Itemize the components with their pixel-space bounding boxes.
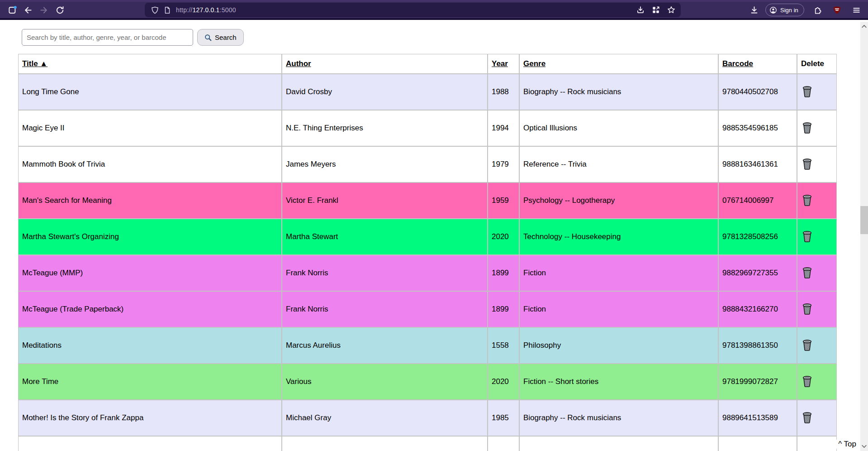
delete-book-button[interactable]	[801, 230, 813, 245]
delete-book-button[interactable]	[801, 85, 813, 100]
sort-by-genre-link[interactable]: Genre	[523, 59, 545, 68]
cell-title: More Time	[18, 364, 282, 400]
cell-barcode: 9780440502708	[718, 74, 797, 110]
downloads-button[interactable]	[749, 5, 759, 14]
cell-barcode: 9781999072827	[718, 364, 797, 400]
cell-barcode: 9882969727355	[718, 255, 797, 291]
cell-delete	[797, 364, 837, 400]
cell-genre: Reference -- Trivia	[519, 146, 718, 182]
back-to-top-link[interactable]: ^ Top	[836, 440, 856, 449]
table-row: More Time Various 2020 Fiction -- Short …	[18, 364, 837, 400]
bookmark-star-icon[interactable]	[667, 6, 675, 14]
delete-book-button[interactable]	[801, 121, 813, 136]
trash-icon	[802, 375, 812, 387]
vertical-scrollbar[interactable]	[860, 22, 868, 451]
cell-title: Mother! Is the Story of Frank Zappa	[18, 400, 282, 436]
browser-toolbar: http://127.0.0.1:5000	[0, 0, 868, 20]
search-button-label: Search	[215, 34, 237, 41]
book-table: Title ▲ Author Year Genre Barcode Delete…	[18, 54, 837, 451]
cell-year: 1959	[488, 182, 519, 219]
reload-icon	[56, 6, 64, 14]
cell-author: Frank Norris	[282, 291, 488, 327]
trash-icon	[802, 86, 812, 97]
site-info-icon[interactable]	[164, 6, 171, 14]
cell-genre: Fiction -- Short stories	[519, 364, 718, 400]
scrollbar-thumb[interactable]	[860, 206, 868, 234]
address-bar[interactable]: http://127.0.0.1:5000	[145, 3, 681, 17]
book-table-body: Long Time Gone David Crosby 1988 Biograp…	[18, 74, 837, 451]
forward-arrow-icon	[40, 6, 48, 14]
cell-title: McTeague (MMP)	[18, 255, 282, 291]
search-bar: Search	[22, 29, 860, 46]
url-port: :5000	[220, 6, 236, 14]
table-row: McTeague (MMP) Frank Norris 1899 Fiction…	[18, 255, 837, 291]
scroll-down-arrow-icon[interactable]	[860, 443, 868, 450]
cell-author: N.E. Thing Enterprises	[282, 110, 488, 146]
trash-icon	[802, 158, 812, 170]
search-button[interactable]: Search	[197, 29, 244, 46]
search-icon	[204, 34, 212, 41]
header-author: Author	[282, 54, 488, 74]
cell-year: 2020	[488, 364, 519, 400]
save-page-icon[interactable]	[636, 6, 645, 14]
cell-delete	[797, 327, 837, 364]
table-row: Meditations Marcus Aurelius 1558 Philoso…	[18, 327, 837, 364]
cell-author: Marcus Aurelius	[282, 327, 488, 364]
apps-grid-icon[interactable]	[652, 6, 660, 14]
cell-title: McTeague (Trade Paperback)	[18, 291, 282, 327]
back-button[interactable]	[23, 5, 33, 14]
cell-genre: Biography -- Rock musicians	[519, 74, 718, 110]
back-arrow-icon	[24, 6, 32, 14]
cell-title: Martha Stewart's Organizing	[18, 219, 282, 255]
sort-by-year-link[interactable]: Year	[492, 59, 508, 68]
sort-by-title-link[interactable]: Title ▲	[22, 59, 47, 68]
sort-by-author-link[interactable]: Author	[286, 59, 311, 68]
cell-genre: Fiction	[519, 255, 718, 291]
scroll-up-arrow-icon[interactable]	[860, 23, 868, 30]
reload-button[interactable]	[55, 5, 65, 14]
cell-barcode: 9885354596185	[718, 110, 797, 146]
table-row: Martha Stewart's Organizing Martha Stewa…	[18, 219, 837, 255]
extensions-button[interactable]	[812, 5, 822, 14]
tracking-protection-icon[interactable]	[151, 6, 159, 14]
cell-title: Man's Search for Meaning	[18, 182, 282, 219]
cell-genre: Biography -- Rock musicians	[519, 400, 718, 436]
menu-button[interactable]	[851, 5, 861, 14]
delete-book-button[interactable]	[801, 338, 813, 353]
delete-book-button[interactable]	[801, 266, 813, 281]
sign-in-button[interactable]: Sign in	[765, 4, 804, 16]
cell-delete	[797, 74, 837, 110]
search-input[interactable]	[22, 29, 193, 46]
trash-icon	[802, 194, 812, 206]
delete-book-button[interactable]	[801, 374, 813, 389]
cell-year: 1899	[488, 255, 519, 291]
cell-author: Various	[282, 364, 488, 400]
delete-book-button[interactable]	[801, 157, 813, 172]
forward-button[interactable]	[39, 5, 49, 14]
table-row: Long Time Gone David Crosby 1988 Biograp…	[18, 74, 837, 110]
account-icon	[769, 6, 777, 14]
cell-year: 1558	[488, 327, 519, 364]
table-row: Mammoth Book of Trivia James Meyers 1979…	[18, 146, 837, 182]
url-host: 127.0.0.1	[192, 6, 219, 14]
table-row: Mother! Is the Story of Frank Zappa Mich…	[18, 400, 837, 436]
firefox-view-icon[interactable]	[7, 5, 17, 14]
sort-by-barcode-link[interactable]: Barcode	[722, 59, 753, 68]
cell-barcode: 9889641513589	[718, 400, 797, 436]
delete-book-button[interactable]	[801, 411, 813, 426]
cell-delete	[797, 400, 837, 436]
url-text: http://127.0.0.1:5000	[176, 6, 236, 14]
cell-genre: Philosophy	[519, 327, 718, 364]
ublock-origin-button[interactable]	[832, 5, 842, 14]
delete-book-button[interactable]	[801, 193, 813, 208]
cell-delete	[797, 291, 837, 327]
table-row: Man's Search for Meaning Victor E. Frank…	[18, 182, 837, 219]
cell-delete	[797, 182, 837, 219]
delete-book-button[interactable]	[801, 302, 813, 317]
cell-barcode: 9888432166270	[718, 291, 797, 327]
cell-genre: Optical Illusions	[519, 110, 718, 146]
cell-author	[282, 436, 488, 451]
hamburger-menu-icon	[852, 6, 861, 14]
header-year: Year	[488, 54, 519, 74]
cell-genre	[519, 436, 718, 451]
